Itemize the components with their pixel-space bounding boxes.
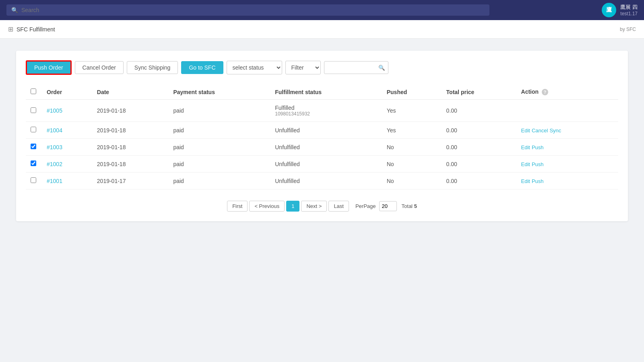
per-page-label: PerPage bbox=[355, 203, 376, 209]
order-link-row-1005[interactable]: #1005 bbox=[47, 107, 62, 114]
table-row: #10032019-01-18paidUnfulfilledNo0.00Edit… bbox=[26, 139, 618, 156]
fulfillment-status: Unfulfilled bbox=[270, 173, 382, 189]
app-name: SFC Fulfillment bbox=[17, 26, 55, 33]
col-fulfillment: Fulfillment status bbox=[270, 84, 382, 100]
pushed-status: No bbox=[382, 139, 442, 156]
user-sub: test1.17 bbox=[620, 11, 638, 16]
last-page-button[interactable]: Last bbox=[328, 201, 349, 212]
col-order: Order bbox=[42, 84, 92, 100]
payment-status: paid bbox=[168, 156, 270, 173]
action-edit-row-1003[interactable]: Edit bbox=[521, 144, 530, 150]
prev-page-button[interactable]: < Previous bbox=[249, 201, 285, 212]
search-bar: 🔍 bbox=[6, 4, 489, 16]
payment-status: paid bbox=[168, 173, 270, 189]
checkbox-row-1003[interactable] bbox=[31, 144, 36, 149]
fulfillment-tracking: 1098013415932 bbox=[275, 111, 377, 117]
checkbox-row-1001[interactable] bbox=[31, 177, 36, 183]
table-row: #10052019-01-18paidFulfilled109801341593… bbox=[26, 100, 618, 122]
search-input[interactable] bbox=[21, 7, 485, 13]
total-label: Total 5 bbox=[402, 203, 417, 209]
user-info: 鷹展 四 test1.17 bbox=[620, 4, 638, 16]
main-content: Push Order Cancel Order Sync Shipping Go… bbox=[0, 39, 644, 233]
table-body: #10052019-01-18paidFulfilled109801341593… bbox=[26, 100, 618, 189]
total-price: 0.00 bbox=[442, 122, 516, 139]
fulfillment-status: Fulfilled1098013415932 bbox=[270, 100, 382, 122]
order-link-row-1001[interactable]: #1001 bbox=[47, 178, 62, 184]
table-row: #10022019-01-18paidUnfulfilledNo0.00Edit… bbox=[26, 156, 618, 173]
payment-status: paid bbox=[168, 139, 270, 156]
user-name: 鷹展 四 bbox=[620, 4, 638, 11]
action-sync-row-1004[interactable]: Sync bbox=[549, 128, 561, 134]
pushed-status: Yes bbox=[382, 100, 442, 122]
checkbox-row-1002[interactable] bbox=[31, 160, 36, 166]
payment-status: paid bbox=[168, 122, 270, 139]
order-link-row-1002[interactable]: #1002 bbox=[47, 161, 62, 167]
order-date: 2019-01-18 bbox=[92, 139, 169, 156]
fulfillment-status: Unfulfilled bbox=[270, 156, 382, 173]
action-edit-row-1002[interactable]: Edit bbox=[521, 161, 530, 167]
grid-icon: ⊞ bbox=[8, 25, 13, 33]
action-edit-row-1001[interactable]: Edit bbox=[521, 178, 530, 184]
fulfillment-status: Unfulfilled bbox=[270, 122, 382, 139]
action-push-row-1001[interactable]: Push bbox=[532, 178, 544, 184]
order-link-row-1004[interactable]: #1004 bbox=[47, 127, 62, 134]
order-date: 2019-01-18 bbox=[92, 156, 169, 173]
total-price: 0.00 bbox=[442, 100, 516, 122]
toolbar: Push Order Cancel Order Sync Shipping Go… bbox=[26, 60, 618, 75]
action-push-row-1002[interactable]: Push bbox=[532, 161, 544, 167]
col-total: Total price bbox=[442, 84, 516, 100]
col-pushed: Pushed bbox=[382, 84, 442, 100]
col-date: Date bbox=[92, 84, 169, 100]
total-price: 0.00 bbox=[442, 139, 516, 156]
action-push-row-1003[interactable]: Push bbox=[532, 144, 544, 150]
order-link-row-1003[interactable]: #1003 bbox=[47, 144, 62, 150]
filter-dropdown[interactable]: Filter bbox=[285, 61, 321, 74]
pushed-status: No bbox=[382, 156, 442, 173]
table-row: #10042019-01-18paidUnfulfilledYes0.00Edi… bbox=[26, 122, 618, 139]
payment-status: paid bbox=[168, 100, 270, 122]
action-cell bbox=[516, 100, 618, 122]
order-date: 2019-01-17 bbox=[92, 173, 169, 189]
action-cell: EditPush bbox=[516, 139, 618, 156]
select-all-checkbox[interactable] bbox=[31, 88, 36, 94]
action-cell: EditPush bbox=[516, 173, 618, 189]
pushed-status: Yes bbox=[382, 122, 442, 139]
select-status-dropdown[interactable]: select status bbox=[227, 61, 282, 74]
checkbox-row-1004[interactable] bbox=[31, 127, 36, 132]
first-page-button[interactable]: First bbox=[227, 201, 248, 212]
go-to-sfc-button[interactable]: Go to SFC bbox=[181, 61, 223, 74]
top-nav: 🔍 鷹 鷹展 四 test1.17 bbox=[0, 0, 644, 20]
checkbox-row-1005[interactable] bbox=[31, 107, 36, 113]
avatar: 鷹 bbox=[602, 3, 616, 17]
action-cell: EditCancelSync bbox=[516, 122, 618, 139]
action-help-icon[interactable]: ? bbox=[542, 89, 548, 95]
filter-search-wrap: 🔍 bbox=[324, 61, 388, 74]
order-date: 2019-01-18 bbox=[92, 122, 169, 139]
action-cell: EditPush bbox=[516, 156, 618, 173]
search-icon: 🔍 bbox=[11, 7, 18, 13]
col-action: Action ? bbox=[516, 84, 618, 100]
next-page-button[interactable]: Next > bbox=[301, 201, 327, 212]
col-payment: Payment status bbox=[168, 84, 270, 100]
filter-search-button[interactable]: 🔍 bbox=[378, 65, 385, 71]
sync-shipping-button[interactable]: Sync Shipping bbox=[127, 61, 178, 74]
total-price: 0.00 bbox=[442, 156, 516, 173]
action-edit-row-1004[interactable]: Edit bbox=[521, 128, 530, 134]
pushed-status: No bbox=[382, 173, 442, 189]
by-label: by SFC bbox=[620, 27, 636, 32]
per-page-input[interactable] bbox=[379, 201, 397, 211]
user-area: 鷹 鷹展 四 test1.17 bbox=[602, 3, 638, 17]
cancel-order-button[interactable]: Cancel Order bbox=[75, 61, 124, 74]
push-order-button[interactable]: Push Order bbox=[26, 60, 72, 75]
sub-nav: ⊞ SFC Fulfillment by SFC bbox=[0, 20, 644, 39]
current-page-button[interactable]: 1 bbox=[286, 201, 299, 212]
order-date: 2019-01-18 bbox=[92, 100, 169, 122]
pagination: First < Previous 1 Next > Last PerPage T… bbox=[26, 201, 618, 212]
total-price: 0.00 bbox=[442, 173, 516, 189]
sub-nav-left: ⊞ SFC Fulfillment bbox=[8, 25, 55, 33]
table-row: #10012019-01-17paidUnfulfilledNo0.00Edit… bbox=[26, 173, 618, 189]
card: Push Order Cancel Order Sync Shipping Go… bbox=[16, 51, 628, 221]
table-header: Order Date Payment status Fulfillment st… bbox=[26, 84, 618, 100]
orders-table: Order Date Payment status Fulfillment st… bbox=[26, 84, 618, 189]
action-cancel-row-1004[interactable]: Cancel bbox=[532, 128, 548, 134]
